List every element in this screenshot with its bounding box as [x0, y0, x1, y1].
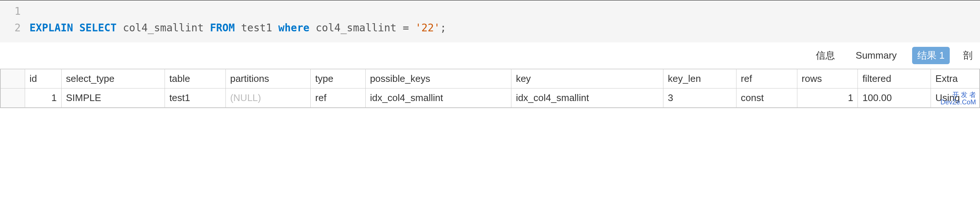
token-punct: ;	[440, 22, 447, 34]
col-header-id[interactable]: id	[25, 69, 61, 88]
col-header-key_len[interactable]: key_len	[663, 69, 737, 88]
col-header-possible_keys[interactable]: possible_keys	[365, 69, 511, 88]
col-header-Extra[interactable]: Extra	[931, 69, 980, 88]
cell-key_len[interactable]: 3	[663, 88, 737, 107]
cell-filtered[interactable]: 100.00	[858, 88, 931, 107]
col-header-select_type[interactable]: select_type	[61, 69, 165, 88]
result-tabs: 信息 Summary 结果 1 剖	[0, 43, 980, 69]
col-header-type[interactable]: type	[311, 69, 365, 88]
col-header-ref[interactable]: ref	[736, 69, 797, 88]
token-kw: EXPLAIN	[30, 22, 73, 34]
editor-line[interactable]: 2EXPLAIN SELECT col4_smallint FROM test1…	[0, 20, 980, 37]
cell-rows[interactable]: 1	[797, 88, 858, 107]
token-ident: col4_smallint	[316, 22, 403, 34]
tab-info[interactable]: 信息	[811, 47, 840, 64]
cell-possible_keys[interactable]: idx_col4_smallint	[365, 88, 511, 107]
token-punct: =	[403, 22, 409, 34]
token-str: '22'	[415, 22, 440, 34]
token-kw: SELECT	[80, 22, 116, 34]
editor-line[interactable]: 1	[0, 3, 980, 20]
token-kw: FROM	[210, 22, 235, 34]
token-ident: col4_smallint	[123, 22, 204, 34]
row-handle[interactable]	[1, 88, 25, 107]
cell-select_type[interactable]: SIMPLE	[61, 88, 165, 107]
col-header-key[interactable]: key	[511, 69, 663, 88]
cell-type[interactable]: ref	[311, 88, 365, 107]
col-header-filtered[interactable]: filtered	[858, 69, 931, 88]
cell-ref[interactable]: const	[736, 88, 797, 107]
row-handle-header	[1, 69, 25, 88]
table-row[interactable]: 1SIMPLEtest1(NULL)refidx_col4_smallintid…	[1, 88, 980, 107]
token-kw: where	[278, 22, 309, 34]
cell-key[interactable]: idx_col4_smallint	[511, 88, 663, 107]
col-header-table[interactable]: table	[165, 69, 226, 88]
cell-Extra[interactable]: Using	[931, 88, 980, 107]
col-header-partitions[interactable]: partitions	[226, 69, 311, 88]
cell-partitions[interactable]: (NULL)	[226, 88, 311, 107]
tab-summary[interactable]: Summary	[851, 48, 902, 64]
table-header-row: idselect_typetablepartitionstypepossible…	[1, 69, 980, 88]
tab-extra[interactable]: 剖	[960, 49, 973, 62]
result-grid: idselect_typetablepartitionstypepossible…	[0, 69, 980, 108]
cell-id[interactable]: 1	[25, 88, 61, 107]
line-number: 2	[0, 20, 30, 37]
line-number: 1	[0, 3, 30, 20]
sql-editor[interactable]: 12EXPLAIN SELECT col4_smallint FROM test…	[0, 0, 980, 43]
tab-result-1[interactable]: 结果 1	[912, 47, 950, 64]
token-ident: test1	[241, 22, 272, 34]
result-table: idselect_typetablepartitionstypepossible…	[0, 69, 980, 108]
col-header-rows[interactable]: rows	[797, 69, 858, 88]
cell-table[interactable]: test1	[165, 88, 226, 107]
line-content[interactable]: EXPLAIN SELECT col4_smallint FROM test1 …	[30, 20, 447, 37]
